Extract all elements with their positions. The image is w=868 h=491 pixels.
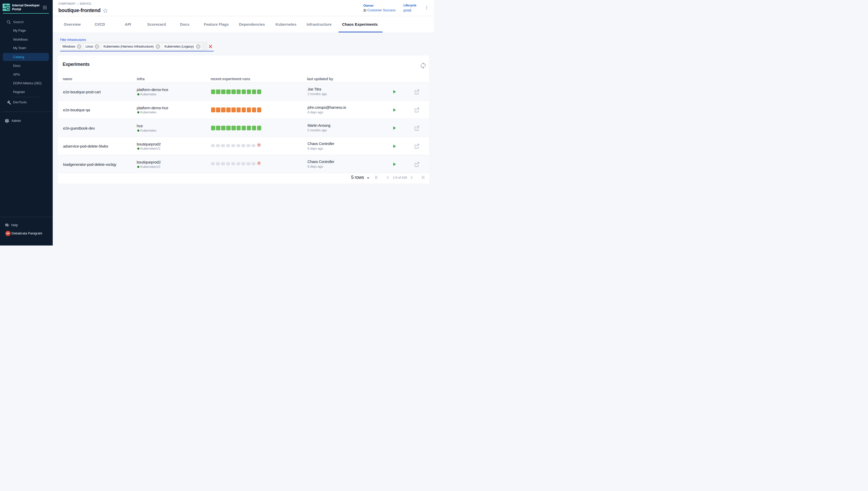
svg-text:?: ? <box>6 224 7 226</box>
svg-text:DP: DP <box>6 232 9 235</box>
